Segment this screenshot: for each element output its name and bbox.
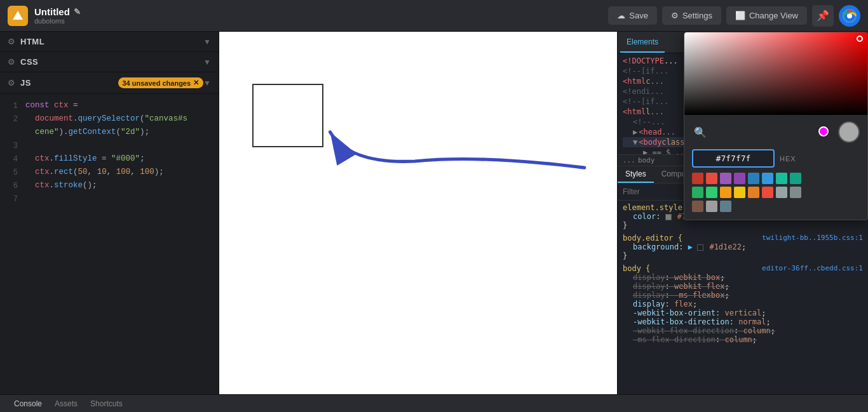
color-preview xyxy=(838,121,860,143)
swatch[interactable] xyxy=(762,173,773,184)
svg-marker-0 xyxy=(13,11,23,20)
css-source: twilight-bb..1955b.css:1 xyxy=(762,234,863,242)
bottom-tab-assets[interactable]: Assets xyxy=(48,399,84,408)
color-controls: 🔍 HEX xyxy=(684,115,867,173)
swatch[interactable] xyxy=(776,173,787,184)
css-prop-line: -webkit-flex-direction: column; xyxy=(623,326,863,335)
subtitle: duboloms xyxy=(34,17,81,25)
css-prop-line: -ms-flex-direction: column; xyxy=(623,335,863,344)
swatch[interactable] xyxy=(720,187,731,198)
code-line-3: 3 xyxy=(0,139,219,152)
swatch[interactable] xyxy=(706,187,717,198)
html-header[interactable]: ⚙ HTML ▼ xyxy=(0,32,219,51)
tab-elements[interactable]: Elements xyxy=(620,32,665,53)
css-title: CSS xyxy=(20,57,203,67)
edit-icon[interactable]: ✎ xyxy=(74,7,81,17)
css-selector-line: body { editor-36ff..cbedd.css:1 xyxy=(623,264,863,273)
svg-point-2 xyxy=(847,13,852,18)
css-header[interactable]: ⚙ CSS ▼ xyxy=(0,52,219,72)
css-prop-line: display: webkit box; xyxy=(623,273,863,282)
hex-input[interactable] xyxy=(692,149,775,168)
code-line-1: 1 const ctx = xyxy=(0,99,219,112)
color-swatches xyxy=(684,173,867,220)
unsaved-close-icon[interactable]: ✕ xyxy=(193,79,199,87)
project-title: Untitled ✎ xyxy=(34,6,81,17)
bottom-bar: Console Assets Shortcuts xyxy=(0,394,868,412)
css-rule-body: body { editor-36ff..cbedd.css:1 display:… xyxy=(623,264,863,344)
eyedropper-icon[interactable]: 🔍 xyxy=(692,124,709,140)
styles-content: element.style { color: #7f7f7f; } body.e… xyxy=(618,201,868,394)
swatch[interactable] xyxy=(720,173,731,184)
swatch[interactable] xyxy=(706,201,717,212)
right-panel: 🔍 HEX xyxy=(617,32,868,394)
swatch[interactable] xyxy=(762,187,773,198)
change-view-button[interactable]: ⬜ Change View xyxy=(726,6,807,25)
css-rule-body-editor: body.editor { twilight-bb..1955b.css:1 b… xyxy=(623,234,863,260)
color-picker-popup: 🔍 HEX xyxy=(684,32,868,220)
css-source: editor-36ff..cbedd.css:1 xyxy=(762,264,863,272)
left-panel: ⚙ HTML ▼ ⚙ CSS ▼ ⚙ JS 34 unsaved changes… xyxy=(0,32,219,394)
code-line-7: 7 xyxy=(0,192,219,206)
color-top-row: 🔍 xyxy=(692,121,860,143)
pin-button[interactable]: 📌 xyxy=(812,5,834,27)
js-chevron-icon: ▼ xyxy=(203,79,211,88)
unsaved-badge: 34 unsaved changes ✕ xyxy=(118,77,204,88)
swatch[interactable] xyxy=(692,173,703,184)
swatch[interactable] xyxy=(720,201,731,212)
code-line-2: 2 document.querySelector("canvas#s xyxy=(0,112,219,126)
html-section: ⚙ HTML ▼ xyxy=(0,32,219,52)
css-prop-line: display: webkit flex; xyxy=(623,282,863,291)
js-title: JS xyxy=(20,78,113,88)
code-line-5: 5 ctx.rect(50, 10, 100, 100); xyxy=(0,166,219,179)
save-cloud-icon: ☁ xyxy=(617,11,625,20)
code-line-2b: cene").getContext("2d"); xyxy=(0,126,219,139)
css-prop-line: display: flex; xyxy=(623,300,863,309)
settings-label: Settings xyxy=(682,11,712,20)
css-chevron-icon: ▼ xyxy=(203,58,211,67)
gradient-cursor[interactable] xyxy=(857,36,863,42)
save-label: Save xyxy=(629,11,648,20)
swatch[interactable] xyxy=(734,187,745,198)
tab-styles[interactable]: Styles xyxy=(618,166,654,183)
bottom-tab-console[interactable]: Console xyxy=(8,399,48,408)
swatch[interactable] xyxy=(734,173,745,184)
swatch[interactable] xyxy=(706,173,717,184)
swatch-row-2 xyxy=(692,187,860,198)
swatch[interactable] xyxy=(790,187,801,198)
code-line-6: 6 ctx.stroke(); xyxy=(0,179,219,192)
swatch-row-3 xyxy=(692,201,860,212)
chrome-button[interactable] xyxy=(839,5,860,27)
swatch-row-1 xyxy=(692,173,860,184)
canvas-area xyxy=(219,32,617,394)
dom-ellipsis-dots: ... xyxy=(623,156,635,164)
css-section: ⚙ CSS ▼ xyxy=(0,52,219,72)
save-button[interactable]: ☁ Save xyxy=(608,6,657,25)
color-hex-row: HEX xyxy=(692,149,860,168)
settings-button[interactable]: ⚙ Settings xyxy=(662,6,721,25)
js-gear-icon: ⚙ xyxy=(8,78,15,88)
unsaved-count: 34 unsaved changes xyxy=(123,79,191,87)
js-header[interactable]: ⚙ JS 34 unsaved changes ✕ ▼ xyxy=(0,72,219,93)
bottom-tab-shortcuts[interactable]: Shortcuts xyxy=(84,399,129,408)
swatch[interactable] xyxy=(748,187,759,198)
swatch[interactable] xyxy=(692,201,703,212)
color-swatch xyxy=(697,244,703,251)
js-section: ⚙ JS 34 unsaved changes ✕ ▼ xyxy=(0,72,219,94)
topbar: Untitled ✎ duboloms ☁ Save ⚙ Settings ⬜ … xyxy=(0,0,868,32)
swatch[interactable] xyxy=(748,173,759,184)
color-swatch xyxy=(665,214,672,220)
code-line-4: 4 ctx.fillStyle = "#000"; xyxy=(0,152,219,166)
hue-cursor[interactable] xyxy=(818,126,829,136)
swatch[interactable] xyxy=(692,187,703,198)
change-view-icon: ⬜ xyxy=(735,11,745,20)
swatch[interactable] xyxy=(776,187,787,198)
code-editor[interactable]: 1 const ctx = 2 document.querySelector("… xyxy=(0,94,219,394)
title-area: Untitled ✎ duboloms xyxy=(34,6,81,25)
main-area: ⚙ HTML ▼ ⚙ CSS ▼ ⚙ JS 34 unsaved changes… xyxy=(0,32,868,394)
change-view-label: Change View xyxy=(749,11,798,20)
settings-gear-icon: ⚙ xyxy=(671,11,679,20)
html-chevron-icon: ▼ xyxy=(203,37,211,46)
swatch[interactable] xyxy=(790,173,801,184)
color-gradient[interactable] xyxy=(684,32,867,115)
dom-body-ref: body xyxy=(638,156,655,164)
